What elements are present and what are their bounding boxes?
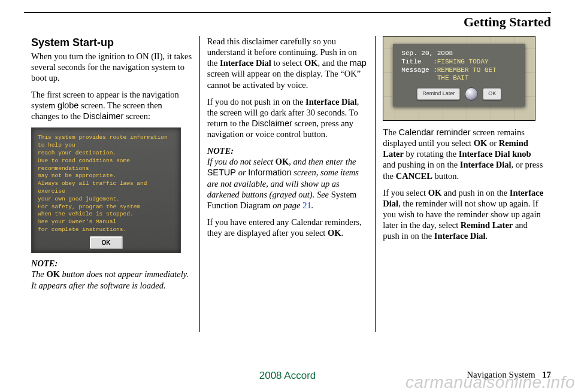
col2-note: NOTE: If you do not select OK, and then … [207,145,368,211]
ok-word: OK [304,58,318,68]
text: and push in on the [441,188,510,197]
col1-para1: When you turn the ignition to ON (II), i… [31,51,192,83]
screen-line: This system provides route information t… [38,134,174,150]
info-word: Information [248,168,292,177]
text: on page [271,200,303,210]
popup-date: Sep. 20, 2008 [401,50,517,58]
col1-para2: The first screen to appear is the naviga… [31,89,192,121]
interface-dial: Interface Dial [220,58,271,68]
ok-button[interactable]: OK [90,236,123,250]
text: If you select [383,188,428,197]
text: screen: [123,111,150,121]
col3-para1: The Calendar reminder screen remains dis… [383,127,544,181]
col3-para2: If you select OK and push in on the Inte… [383,187,544,242]
popup-title-row: Title :FISHING TODAY [401,58,517,66]
col2-para1: Read this disclaimer carefully so you un… [207,36,368,90]
disclaimer-word: Disclaimer [83,111,124,121]
text: If you do not select [207,157,276,166]
col2-para3: If you have entered any Calendar reminde… [207,217,368,238]
text: or [236,168,248,177]
screen-line: See your Owner's Manual [38,218,174,226]
note-label: NOTE: [31,259,58,268]
text: by rotating the [404,149,459,159]
footer-model: 2008 Accord [259,370,316,382]
column-1: System Start-up When you turn the igniti… [24,36,199,332]
calendar-screen: Sep. 20, 2008 Title :FISHING TODAY Messa… [383,36,535,121]
footer-right: Navigation System 17 [467,370,551,380]
text: screen will appear on the display. The “… [207,69,361,89]
note-label: NOTE: [207,146,234,156]
text: or [487,138,498,148]
text: , and the [318,58,350,68]
footer-page: 17 [542,370,551,379]
screen-line: may not be appropriate. [38,172,174,180]
dial-icon [465,87,478,101]
page-footer: 2008 Accord Navigation System 17 [24,370,551,380]
ok-word: OK [46,269,60,279]
map-word: map [350,58,367,68]
text: . [486,231,488,241]
interface-dial: Interface Dial [434,231,486,241]
text: , and then enter the [289,157,356,166]
page-header: Getting Started [24,14,551,30]
setup-word: SETUP [207,168,236,177]
screen-line: for complete instructions. [38,226,174,234]
screen-line: For safety, program the system [38,203,174,211]
content-columns: System Start-up When you turn the igniti… [24,36,551,332]
interface-dial: Interface Dial [460,160,512,169]
screen-line: your own good judgement. [38,196,174,203]
cancel-word: CANCEL [396,171,432,181]
text: The [383,127,398,137]
value: FISHING TODAY [437,58,489,65]
button-row: Remind Later OK [401,87,517,101]
spacer [401,74,437,81]
text: to select [271,58,304,68]
screen-line: Due to road conditions some recommendati… [38,157,174,173]
disclaimer-word: Disclaimer [252,118,292,128]
column-2: Read this disclaimer carefully so you un… [199,36,376,332]
note-block: NOTE: The OK button does not appear imme… [31,258,192,290]
screen-line: when the vehicle is stopped. [38,211,174,218]
calendar-popup: Sep. 20, 2008 Title :FISHING TODAY Messa… [393,44,525,107]
remind-later-button[interactable]: Remind Later [417,88,460,99]
screen-line: Always obey all traffic laws and exercis… [38,180,174,196]
text: button. [432,171,459,181]
text: . [341,228,344,238]
popup-msg-row2: THE BAIT [401,74,517,83]
column-3: Sep. 20, 2008 Title :FISHING TODAY Messa… [375,36,551,332]
label: Message : [401,66,437,74]
globe-word: globe [58,101,78,110]
ok-word: OK [428,188,442,197]
ok-word: OK [328,228,341,238]
popup-ok-button[interactable]: OK [483,88,501,99]
popup-msg-row: Message :REMEMBER TO GET [401,66,517,75]
text: and pushing in on the [383,160,459,169]
footer-section: Navigation System [467,370,535,379]
ok-wrap: OK [38,236,174,250]
interface-dial: Interface Dial [305,97,357,107]
text: The [31,269,46,279]
section-title: System Start-up [31,36,192,50]
ok-word: OK [474,138,488,148]
disclaimer-screen: This system provides route information t… [31,127,181,253]
remind-later-word: Remind Later [461,220,513,230]
label: Title : [401,58,437,65]
top-rule [24,12,551,13]
text: . [311,200,314,210]
value: REMEMBER TO GET [437,66,497,74]
note-text: If you do not select OK, and then enter … [207,157,359,210]
screen-line: reach your destination. [38,150,174,157]
interface-dial-knob: Interface Dial knob [459,149,531,159]
value: THE BAIT [437,74,469,81]
note-text: The OK button does not appear immediatel… [31,269,189,290]
ok-word: OK [276,157,289,166]
col2-para2: If you do not push in on the Interface D… [207,96,368,140]
text: If you do not push in on the [207,97,305,107]
calendar-reminder-word: Calendar reminder [399,127,471,137]
page-link[interactable]: 21 [302,200,311,210]
